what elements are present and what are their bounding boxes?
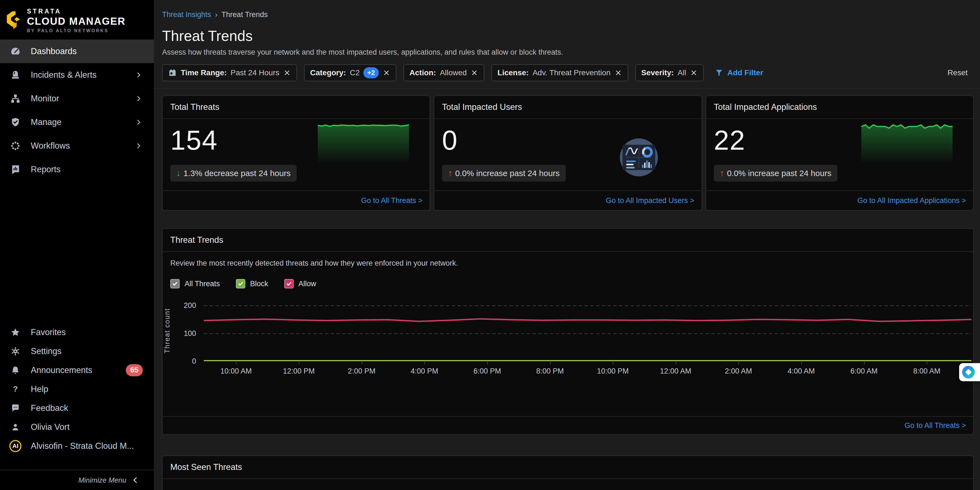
chevron-right-icon: [135, 94, 143, 103]
app-root: STRATA CLOUD MANAGER BY PALO ALTO NETWOR…: [0, 0, 980, 490]
delta-badge: ↑ 0.0% increase past 24 hours: [714, 165, 837, 181]
legend-checkbox-item[interactable]: Allow: [284, 279, 317, 288]
filter-chip[interactable]: Action: Allowed: [404, 64, 485, 81]
sidebar-item-label: Feedback: [31, 403, 68, 413]
sidebar-spacer: [0, 181, 154, 323]
checkbox[interactable]: [284, 279, 294, 288]
go-to-all-impacted-applications-link[interactable]: Go to All Impacted Applications >: [858, 196, 966, 205]
filter-chip-extra-count[interactable]: +2: [363, 67, 379, 78]
sidebar: STRATA CLOUD MANAGER BY PALO ALTO NETWOR…: [0, 0, 154, 490]
chevron-right-icon: [135, 71, 143, 79]
assistant-widget-button[interactable]: [959, 363, 980, 381]
filter-chip-label: Time Range:: [181, 68, 227, 77]
delta-badge: ↑ 0.0% increase past 24 hours: [442, 165, 566, 181]
filter-chip-value: Allowed: [440, 68, 467, 77]
logo-line-cloud-manager: CLOUD MANAGER: [27, 16, 126, 27]
sidebar-item[interactable]: Settings: [0, 342, 154, 361]
legend-label: All Threats: [185, 280, 220, 288]
filter-chips: Time Range: Past 24 Hours Category: C2 +…: [162, 64, 704, 81]
add-filter-label: Add Filter: [727, 68, 763, 77]
sidebar-item-icon: [10, 326, 21, 338]
filter-chip[interactable]: License: Adv. Threat Prevention: [492, 64, 628, 81]
sidebar-item-label: Incidents & Alerts: [31, 70, 97, 80]
total-impacted-users-value: 0: [442, 124, 458, 156]
sidebar-item[interactable]: Manage: [0, 110, 154, 134]
filter-chip-label: License:: [497, 68, 529, 77]
calendar-icon: [168, 68, 177, 77]
legend-label: Allow: [299, 280, 317, 288]
sidebar-item-icon: [10, 140, 21, 152]
assistant-logo-icon: [962, 366, 975, 379]
threat-trends-chart: Threat count 0100200 10:00 AM12:00 PM2:0…: [162, 300, 973, 382]
go-to-all-threats-link[interactable]: Go to All Threats >: [361, 196, 422, 205]
y-axis-label: Threat count: [163, 308, 171, 353]
sidebar-item-icon: [10, 164, 21, 175]
sidebar-item[interactable]: AI Alvisofin - Strata Cloud M...: [0, 436, 154, 455]
section-title: Threat Trends: [170, 235, 223, 245]
remove-filter-icon[interactable]: [383, 69, 390, 76]
delta-text: 1.3% decrease past 24 hours: [183, 169, 291, 178]
card-title: Total Impacted Users: [442, 102, 522, 112]
filter-chip[interactable]: Category: C2 +2: [304, 64, 396, 81]
sidebar-item[interactable]: Incidents & Alerts: [0, 63, 154, 87]
card-title: Total Impacted Applications: [714, 102, 817, 112]
sidebar-item-label: Announcements: [31, 365, 92, 375]
sidebar-item-label: Manage: [31, 117, 62, 127]
legend-checkbox-item[interactable]: All Threats: [170, 279, 220, 288]
total-impacted-applications-value: 22: [714, 124, 745, 156]
sidebar-nav-primary: Dashboards Incidents & Alerts Monitor: [0, 40, 154, 181]
checkbox[interactable]: [236, 279, 245, 288]
threats-sparkline: [318, 122, 409, 162]
sidebar-item[interactable]: Olivia Vort: [0, 417, 154, 436]
sidebar-item[interactable]: Monitor: [0, 87, 154, 110]
chart-legend: All Threats Block Allow: [170, 279, 966, 288]
logo-line-strata: STRATA: [27, 8, 126, 15]
y-axis-ticks: 0100200: [174, 300, 196, 361]
chevron-right-icon: [135, 142, 143, 150]
sidebar-item[interactable]: Dashboards: [0, 40, 154, 63]
chart-plot-area: [204, 300, 972, 361]
total-threats-card: Total Threats 154 ↓ 1.3% decrease past 2…: [162, 95, 430, 211]
filter-chip-value: Past 24 Hours: [231, 68, 279, 77]
reset-filters-button[interactable]: Reset: [948, 68, 974, 77]
sidebar-nav-secondary: Favorites Settings Announcements 65: [0, 323, 154, 470]
page-subtitle: Assess how threats traverse your network…: [162, 48, 974, 57]
breadcrumb-current: Threat Trends: [222, 10, 268, 19]
sidebar-item[interactable]: Reports: [0, 158, 154, 181]
remove-filter-icon[interactable]: [690, 69, 698, 76]
breadcrumb-threat-insights[interactable]: Threat Insights: [162, 10, 211, 19]
filter-chip[interactable]: Time Range: Past 24 Hours: [162, 64, 297, 81]
sidebar-item[interactable]: Announcements 65: [0, 361, 154, 380]
sidebar-item[interactable]: Feedback: [0, 399, 154, 417]
sidebar-item-icon: [10, 402, 21, 414]
filter-chip-value: C2: [350, 68, 360, 77]
applications-sparkline: [861, 122, 953, 162]
svg-text:?: ?: [13, 384, 18, 393]
filter-chip-label: Action:: [409, 68, 436, 77]
chevron-right-icon: [135, 118, 143, 126]
remove-filter-icon[interactable]: [471, 69, 478, 76]
go-to-all-impacted-users-link[interactable]: Go to All Impacted Users >: [606, 196, 694, 205]
minimize-menu-button[interactable]: Minimize Menu: [0, 470, 154, 490]
remove-filter-icon[interactable]: [614, 69, 622, 76]
filter-chip[interactable]: Severity: All: [635, 64, 704, 81]
threat-trends-section: Threat Trends Review the most recently d…: [162, 228, 974, 435]
filter-chip-value: All: [678, 68, 686, 77]
add-filter-button[interactable]: Add Filter: [715, 68, 763, 77]
remove-filter-icon[interactable]: [283, 69, 291, 76]
sidebar-item[interactable]: ? Help: [0, 380, 154, 399]
sidebar-item-icon: AI: [10, 440, 21, 452]
total-impacted-users-card: Total Impacted Users 0: [434, 95, 702, 211]
checkbox[interactable]: [170, 279, 180, 288]
delta-text: 0.0% increase past 24 hours: [455, 169, 560, 178]
filter-bar: Time Range: Past 24 Hours Category: C2 +…: [162, 64, 974, 81]
sidebar-item-label: Help: [31, 384, 48, 394]
sidebar-item-icon: [10, 345, 21, 357]
sidebar-item[interactable]: Workflows: [0, 134, 154, 158]
sidebar-item[interactable]: Favorites: [0, 323, 154, 342]
stat-cards-row: Total Threats 154 ↓ 1.3% decrease past 2…: [162, 95, 974, 211]
go-to-all-threats-link[interactable]: Go to All Threats >: [904, 422, 966, 430]
legend-checkbox-item[interactable]: Block: [236, 279, 268, 288]
sidebar-item-label: Alvisofin - Strata Cloud M...: [31, 441, 134, 451]
sidebar-item-icon: [10, 92, 21, 105]
